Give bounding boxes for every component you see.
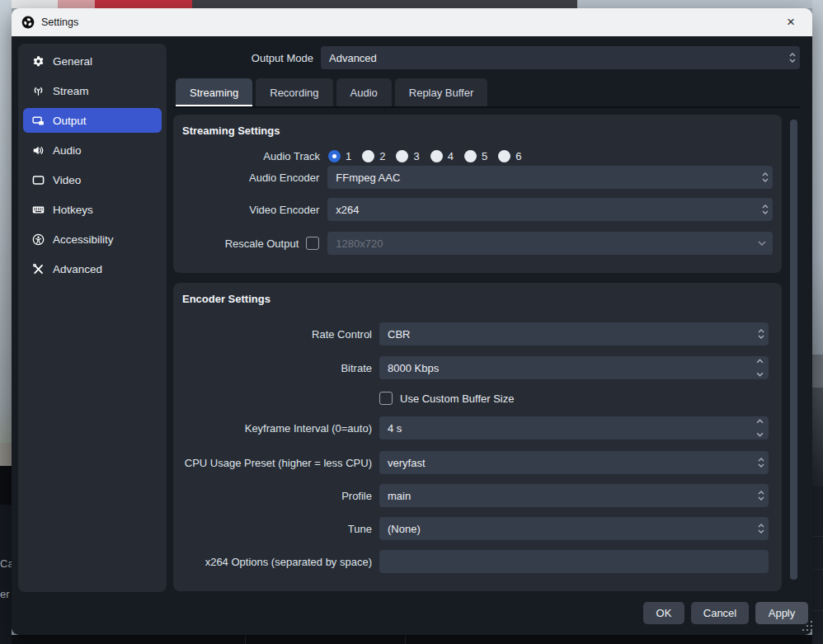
keyframe-interval-row: Keyframe Interval (0=auto) 4 s <box>182 416 773 440</box>
sidebar-item-label: Hotkeys <box>53 204 93 216</box>
video-encoder-dropdown[interactable]: x264 <box>327 198 773 221</box>
encoder-settings-panel: Encoder Settings Rate Control CBR Bitrat… <box>173 283 782 591</box>
profile-dropdown[interactable]: main <box>379 484 769 507</box>
tune-dropdown[interactable]: (None) <box>379 517 769 540</box>
bitrate-spinbox[interactable]: 8000 Kbps <box>379 356 769 379</box>
rate-control-label: Rate Control <box>182 328 372 341</box>
rescale-output-row: Rescale Output 1280x720 <box>182 232 773 255</box>
tab-audio[interactable]: Audio <box>336 78 392 106</box>
sidebar-item-audio[interactable]: Audio <box>23 138 162 162</box>
keyframe-interval-label: Keyframe Interval (0=auto) <box>182 422 372 435</box>
sidebar-item-video[interactable]: Video <box>23 167 162 192</box>
sidebar-item-hotkeys[interactable]: Hotkeys <box>23 197 162 222</box>
custom-buffer-checkbox[interactable] <box>379 392 393 405</box>
sidebar-item-label: Stream <box>53 85 89 97</box>
radio-icon[interactable] <box>498 150 510 162</box>
cpu-preset-row: CPU Usage Preset (higher = less CPU) ver… <box>182 451 773 474</box>
rate-control-dropdown[interactable]: CBR <box>379 322 769 346</box>
tab-recording[interactable]: Recording <box>256 78 332 106</box>
profile-value: main <box>388 490 411 502</box>
chevron-down-icon[interactable] <box>758 232 766 255</box>
sidebar-item-advanced[interactable]: Advanced <box>23 256 162 281</box>
keyframe-interval-spinbox[interactable]: 4 s <box>379 416 769 440</box>
audio-track-radio-6[interactable]: 6 <box>498 150 521 162</box>
gear-icon <box>31 55 45 68</box>
audio-track-radio-4[interactable]: 4 <box>430 150 454 162</box>
settings-body: General Stream Output Audio Video <box>12 36 812 635</box>
tune-row: Tune (None) <box>182 517 773 540</box>
sidebar-item-accessibility[interactable]: Accessibility <box>23 227 162 251</box>
rescale-output-checkbox[interactable] <box>306 237 319 250</box>
vertical-scrollbar[interactable] <box>790 120 797 580</box>
output-mode-row: Output Mode Advanced <box>173 46 800 69</box>
tune-label: Tune <box>182 523 372 535</box>
backdrop-top-strip <box>0 0 823 8</box>
output-mode-dropdown[interactable]: Advanced <box>321 46 800 69</box>
spinner-arrows-icon[interactable] <box>758 451 764 474</box>
sidebar-item-output[interactable]: Output <box>23 108 162 133</box>
backdrop-right-strip <box>812 0 823 644</box>
rescale-output-label: Rescale Output <box>225 237 299 250</box>
audio-encoder-value: FFmpeg AAC <box>336 172 400 184</box>
x264-options-input[interactable] <box>379 550 769 573</box>
spinbox-arrows-icon[interactable] <box>756 359 764 377</box>
audio-icon <box>31 144 45 157</box>
spinner-arrows-icon[interactable] <box>762 166 769 189</box>
video-encoder-row: Video Encoder x264 <box>182 198 773 221</box>
spinner-arrows-icon[interactable] <box>758 322 764 346</box>
backdrop-left-dock <box>0 505 12 644</box>
backdrop-top-dark <box>192 0 577 8</box>
backdrop-top-pink <box>58 0 95 8</box>
streaming-settings-title: Streaming Settings <box>182 125 280 137</box>
spinner-arrows-icon[interactable] <box>789 46 796 69</box>
cpu-preset-dropdown[interactable]: veryfast <box>379 451 769 474</box>
spinner-arrows-icon[interactable] <box>758 484 764 507</box>
radio-icon[interactable] <box>362 150 374 162</box>
video-icon <box>31 174 45 186</box>
cpu-preset-value: veryfast <box>388 457 426 469</box>
audio-track-row: Audio Track 1 2 3 4 5 6 <box>182 144 773 167</box>
backdrop-bottom-strip <box>12 635 812 644</box>
sidebar-item-label: Output <box>53 115 87 127</box>
cancel-button[interactable]: Cancel <box>691 602 749 624</box>
audio-encoder-row: Audio Encoder FFmpeg AAC <box>182 166 773 189</box>
spinbox-arrows-icon[interactable] <box>756 419 764 437</box>
radio-label: 1 <box>346 150 351 162</box>
spinner-arrows-icon[interactable] <box>762 198 769 221</box>
radio-label: 5 <box>482 150 487 162</box>
profile-row: Profile main <box>182 484 773 507</box>
sidebar-item-stream[interactable]: Stream <box>23 78 162 103</box>
close-icon[interactable]: × <box>779 11 802 34</box>
audio-track-label: Audio Track <box>182 150 320 162</box>
audio-track-radio-3[interactable]: 3 <box>396 150 419 162</box>
output-tabs: Streaming Recording Audio Replay Buffer <box>176 78 487 106</box>
rescale-output-label-group: Rescale Output <box>182 237 319 250</box>
output-mode-label: Output Mode <box>173 52 313 64</box>
tab-replay-buffer[interactable]: Replay Buffer <box>395 78 488 106</box>
spinner-arrows-icon[interactable] <box>758 517 764 540</box>
titlebar[interactable]: Settings × <box>12 8 812 36</box>
radio-icon[interactable] <box>430 150 443 162</box>
sidebar-item-general[interactable]: General <box>23 49 162 73</box>
tab-streaming[interactable]: Streaming <box>176 78 252 106</box>
backdrop-bottom-divider-2 <box>405 635 406 644</box>
audio-track-radio-1[interactable]: 1 <box>328 150 351 162</box>
apply-button[interactable]: Apply <box>755 602 808 624</box>
rate-control-row: Rate Control CBR <box>182 322 773 346</box>
rescale-output-combo[interactable]: 1280x720 <box>327 232 773 255</box>
tab-label: Streaming <box>190 87 238 99</box>
audio-encoder-dropdown[interactable]: FFmpeg AAC <box>327 166 773 189</box>
audio-track-radio-2[interactable]: 2 <box>362 150 385 162</box>
resize-grip[interactable] <box>807 625 808 627</box>
backdrop-right-dock <box>812 487 823 644</box>
output-mode-value: Advanced <box>329 52 377 64</box>
output-icon <box>31 115 45 127</box>
radio-icon[interactable] <box>396 150 408 162</box>
obs-logo-icon <box>21 16 35 29</box>
ok-button[interactable]: OK <box>643 602 684 624</box>
encoder-settings-title: Encoder Settings <box>182 293 270 305</box>
radio-icon[interactable] <box>464 150 477 162</box>
radio-selected-icon[interactable] <box>328 150 341 162</box>
audio-track-radio-5[interactable]: 5 <box>464 150 487 162</box>
bitrate-label: Bitrate <box>182 362 372 374</box>
